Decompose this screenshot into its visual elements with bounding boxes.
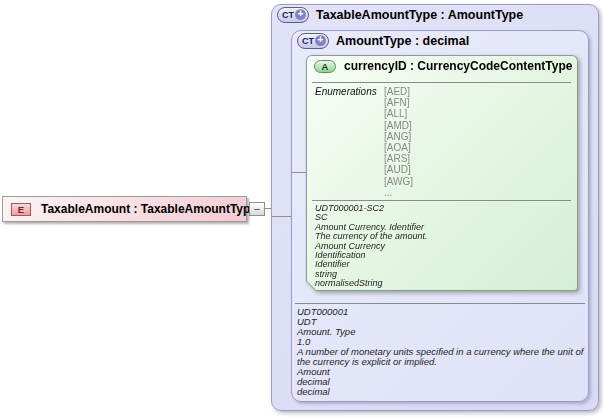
complex-type-badge-label: CT [302, 36, 314, 46]
enumeration-value: [AOA] [384, 142, 413, 153]
separator-line [312, 200, 571, 201]
outer-panel-header[interactable]: CT + TaxableAmountType : AmountType [277, 6, 523, 23]
connector-line [272, 216, 291, 217]
enumeration-value: [AWG] [384, 176, 413, 187]
element-label: TaxableAmount : TaxableAmountType [41, 202, 257, 216]
enumeration-value: [ALL] [384, 108, 413, 119]
annotation-line: Amount [297, 367, 584, 377]
annotation-line: decimal [297, 377, 584, 387]
annotation-line: A number of monetary units specified in … [297, 347, 584, 367]
enumeration-value: [AMD] [384, 120, 413, 131]
attribute-annotation-block: UDT000001-SC2SCAmount Currency. Identifi… [315, 204, 570, 289]
expand-plus-icon: + [315, 35, 326, 46]
enumerations-label: Enumerations [315, 86, 377, 97]
complex-type-icon: CT + [277, 7, 309, 23]
attribute-box-currency-id[interactable]: A currencyID : CurrencyCodeContentType E… [306, 55, 578, 291]
annotation-line: normalisedString [315, 279, 570, 288]
connector-line [292, 172, 306, 173]
attribute-title: currencyID : CurrencyCodeContentType [344, 59, 573, 73]
separator-line [295, 303, 585, 304]
collapse-toggle-icon[interactable]: − [249, 202, 265, 216]
annotation-line: UDT000001-SC2 [315, 204, 570, 213]
inner-panel-header[interactable]: CT + AmountType : decimal [297, 32, 469, 49]
expand-plus-icon: + [295, 9, 306, 20]
enumeration-value: [ANG] [384, 131, 413, 142]
enumeration-value: [AFN] [384, 97, 413, 108]
annotation-line: Identifier [315, 260, 570, 269]
enumeration-value: [AED] [384, 86, 413, 97]
schema-diagram-canvas: E TaxableAmount : TaxableAmountType − CT… [0, 0, 604, 417]
complex-type-badge-label: CT [282, 10, 294, 20]
enumerations-list: [AED][AFN][ALL][AMD][ANG][AOA][ARS][AUD]… [384, 86, 413, 198]
annotation-line: Amount. Type [297, 327, 584, 337]
enumeration-value: [ARS] [384, 153, 413, 164]
annotation-line: Identification [315, 251, 570, 260]
attribute-header[interactable]: A currencyID : CurrencyCodeContentType [314, 59, 573, 73]
enumeration-value: [AUD] [384, 164, 413, 175]
annotation-line: UDT000001 [297, 307, 584, 317]
annotation-line: decimal [297, 387, 584, 397]
outer-panel-title: TaxableAmountType : AmountType [316, 8, 523, 22]
element-icon: E [11, 203, 31, 216]
type-annotation-block: UDT000001UDTAmount. Type1.0A number of m… [297, 307, 584, 397]
inner-panel-title: AmountType : decimal [336, 34, 469, 48]
attribute-icon: A [314, 60, 336, 73]
enumeration-value: ... [384, 187, 413, 198]
complex-type-icon: CT + [297, 33, 329, 49]
separator-line [312, 82, 571, 83]
element-box-taxable-amount[interactable]: E TaxableAmount : TaxableAmountType [2, 196, 247, 222]
